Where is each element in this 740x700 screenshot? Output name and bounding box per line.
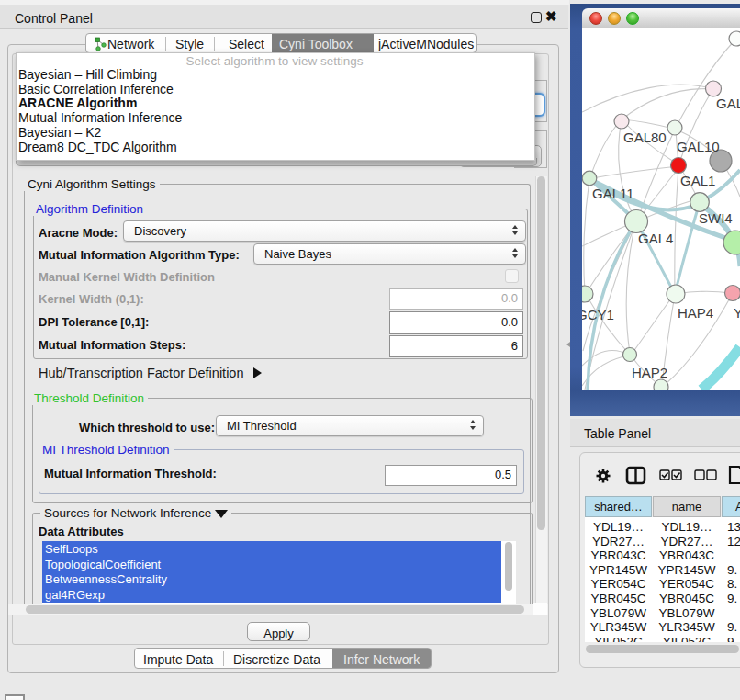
- svg-text:GAL10: GAL10: [677, 139, 720, 154]
- svg-text:GAL1: GAL1: [680, 173, 715, 188]
- svg-text:GAL11: GAL11: [592, 186, 634, 201]
- svg-text:GAL7: GAL7: [716, 96, 740, 111]
- svg-text:HAP4: HAP4: [678, 305, 713, 321]
- svg-text:HAP2: HAP2: [632, 365, 667, 380]
- svg-text:GAL4: GAL4: [638, 231, 673, 246]
- svg-text:GCY1: GCY1: [582, 307, 614, 322]
- svg-text:YB: YB: [734, 305, 740, 321]
- svg-text:GAL80: GAL80: [623, 130, 667, 145]
- svg-text:SWI4: SWI4: [699, 210, 733, 226]
